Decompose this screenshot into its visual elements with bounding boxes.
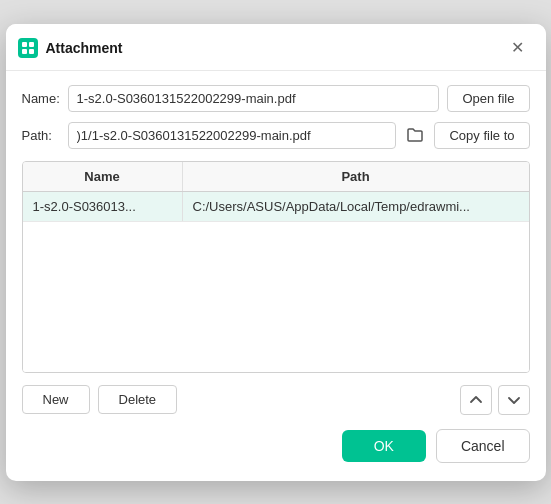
close-button[interactable]: ✕ [506, 36, 530, 60]
svg-rect-3 [29, 49, 34, 54]
cancel-button[interactable]: Cancel [436, 429, 530, 463]
left-action-buttons: New Delete [22, 385, 178, 414]
svg-rect-2 [22, 49, 27, 54]
delete-button[interactable]: Delete [98, 385, 178, 414]
move-up-button[interactable] [460, 385, 492, 415]
svg-rect-1 [29, 42, 34, 47]
svg-rect-0 [22, 42, 27, 47]
name-label: Name: [22, 91, 68, 106]
copy-file-button[interactable]: Copy file to [434, 122, 529, 149]
dialog-content: Name: Open file Path: Copy file to Name … [6, 71, 546, 481]
table-body: 1-s2.0-S036013... C:/Users/ASUS/AppData/… [23, 192, 529, 372]
path-label: Path: [22, 128, 68, 143]
dialog-title: Attachment [46, 40, 506, 56]
cell-path: C:/Users/ASUS/AppData/Local/Temp/edrawmi… [183, 192, 529, 221]
col-header-path: Path [183, 162, 529, 191]
folder-button[interactable] [402, 123, 428, 147]
cell-name: 1-s2.0-S036013... [23, 192, 183, 221]
path-row: Path: Copy file to [22, 122, 530, 149]
right-action-buttons [460, 385, 530, 415]
move-down-button[interactable] [498, 385, 530, 415]
new-button[interactable]: New [22, 385, 90, 414]
table-row[interactable]: 1-s2.0-S036013... C:/Users/ASUS/AppData/… [23, 192, 529, 222]
open-file-button[interactable]: Open file [447, 85, 529, 112]
title-bar: Attachment ✕ [6, 24, 546, 71]
attachment-table: Name Path 1-s2.0-S036013... C:/Users/ASU… [22, 161, 530, 373]
attachment-dialog: Attachment ✕ Name: Open file Path: Copy … [6, 24, 546, 481]
col-header-name: Name [23, 162, 183, 191]
name-row: Name: Open file [22, 85, 530, 112]
bottom-actions: New Delete [22, 385, 530, 415]
ok-button[interactable]: OK [342, 430, 426, 462]
path-input[interactable] [68, 122, 397, 149]
footer: OK Cancel [22, 429, 530, 467]
name-input[interactable] [68, 85, 440, 112]
app-icon [18, 38, 38, 58]
table-header: Name Path [23, 162, 529, 192]
